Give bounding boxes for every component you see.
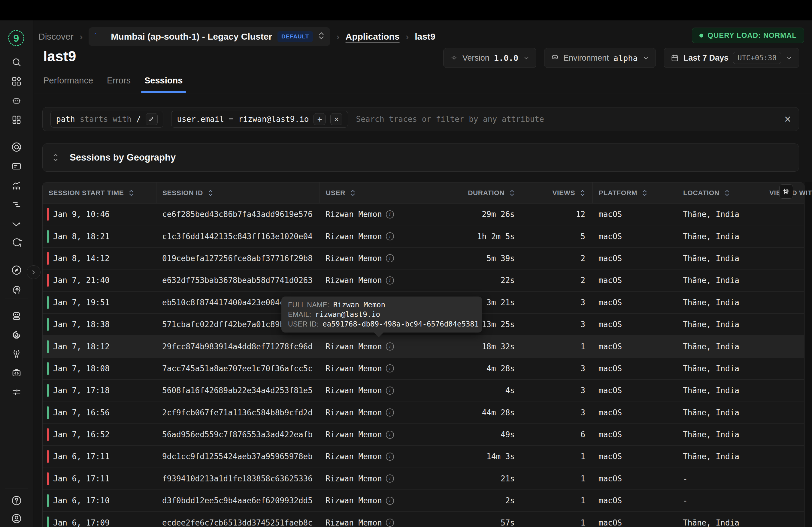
tab-errors[interactable]: Errors (107, 76, 131, 93)
info-icon[interactable]: i (386, 497, 394, 505)
col-header-views[interactable]: VIEWS (522, 182, 593, 203)
account-icon[interactable] (10, 512, 23, 525)
session-id: 9dc1cc9fd1255424aeb37a95965978eb (162, 452, 313, 461)
header-controls: Version 1.0.0 Environment alpha Last 7 D… (443, 48, 799, 68)
col-header-user[interactable]: USER (320, 182, 435, 203)
integrations-code-icon[interactable] (10, 366, 23, 380)
telemetry-antenna-icon[interactable] (10, 348, 23, 361)
location-cell: Thāne, India (677, 276, 763, 285)
table-row[interactable]: Jan 6, 17:10 d3f0bdd12ee5c9b4aae6ef62099… (43, 490, 804, 512)
status-bar (47, 386, 49, 395)
environment-selector[interactable]: Environment alpha (544, 48, 656, 68)
service-bot-icon[interactable] (10, 309, 23, 322)
info-icon[interactable]: i (386, 518, 394, 527)
search-icon[interactable] (10, 56, 23, 69)
session-start-cell: Jan 7, 18:12 (43, 342, 156, 351)
logs-card-icon[interactable] (10, 160, 23, 173)
version-commit-icon (450, 54, 458, 62)
sidebar-expand-button[interactable] (27, 265, 41, 279)
sessions-by-geography-panel[interactable]: Sessions by Geography (42, 144, 799, 172)
session-id: d3f0bdd12ee5c9b4aae6ef6209932dd5 (162, 496, 313, 505)
remove-filter-button[interactable]: × (330, 113, 342, 125)
add-filter-button[interactable]: + (314, 113, 325, 125)
info-icon[interactable]: i (386, 408, 394, 417)
tab-sessions[interactable]: Sessions (144, 76, 183, 93)
preferences-sliders-icon[interactable] (10, 386, 23, 399)
table-row[interactable]: Jan 6, 17:09 ecdee2fe6c7cb6513dd3745251f… (43, 512, 804, 527)
table-row[interactable]: Jan 8, 14:12 019cebefa127256fce8abf37716… (43, 247, 804, 270)
help-icon[interactable] (10, 494, 23, 507)
session-start-cell: Jan 6, 17:10 (43, 496, 156, 505)
duration-value: 1h 2m 5s (477, 232, 515, 241)
version-selector[interactable]: Version 1.0.0 (443, 48, 536, 68)
user-id-label: USER ID: (288, 319, 319, 329)
ai-brain-icon[interactable] (10, 283, 23, 297)
info-icon[interactable]: i (386, 431, 394, 439)
breadcrumb-discover[interactable]: Discover (39, 31, 74, 42)
dashboards-icon[interactable] (10, 75, 23, 88)
col-header-platform[interactable]: PLATFORM (593, 182, 677, 203)
default-badge: DEFAULT (277, 31, 313, 42)
apps-grid-icon[interactable] (10, 113, 23, 126)
duration-value: 29m 26s (482, 210, 515, 219)
last9-logo[interactable]: 9 (8, 30, 24, 46)
info-icon[interactable]: i (386, 364, 394, 373)
info-icon[interactable]: i (386, 210, 394, 219)
edit-filter-button[interactable] (146, 113, 158, 125)
discover-compass-icon[interactable] (10, 264, 23, 277)
table-row[interactable]: Jan 7, 17:18 5608fa16f42689ab22e34a4d253… (43, 380, 804, 402)
breadcrumb-applications[interactable]: Applications (346, 31, 400, 42)
info-icon[interactable]: i (386, 343, 394, 350)
assistant-bot-icon[interactable] (10, 94, 23, 107)
table-row[interactable]: Jan 7, 18:12 29fcc874b983914a4dd8ef71278… (43, 335, 804, 358)
session-id: 019cebefa127256fce8abf37716f29b8 (162, 254, 313, 263)
apm-target-icon[interactable] (10, 140, 23, 154)
location-cell: Thāne, India (677, 518, 763, 527)
table-row[interactable]: Jan 9, 10:46 ce6f285bed43c86b7fa43add961… (43, 204, 804, 225)
session-id: e632df753bab3678beab58d7741d0263 (162, 276, 313, 285)
table-row[interactable]: Jan 7, 18:08 7acc745a51a8ae707ee1c70f36a… (43, 358, 804, 380)
vector-route-icon[interactable] (10, 217, 23, 231)
col-header-session-id[interactable]: SESSION ID (156, 182, 320, 203)
geography-panel-title: Sessions by Geography (70, 152, 176, 163)
table-row[interactable]: Jan 7, 16:52 56ad956ed559c7f876553a3ad42… (43, 424, 804, 446)
table-row[interactable]: Jan 6, 17:11 9dc1cc9fd1255424aeb37a95965… (43, 446, 804, 468)
platform-cell: macOS (593, 210, 677, 219)
status-bar (47, 210, 49, 219)
duration-cell: 1h 2m 5s (435, 232, 522, 241)
sidebar-divider (5, 488, 28, 489)
info-icon[interactable]: i (386, 232, 394, 240)
metrics-chart-icon[interactable] (10, 179, 23, 192)
duration-cell: 18m 32s (435, 342, 522, 351)
platform-value: macOS (598, 518, 622, 527)
col-header-duration[interactable]: DURATION (435, 182, 522, 203)
info-icon[interactable]: i (386, 475, 394, 483)
clear-filters-button[interactable]: × (784, 114, 791, 125)
filter-chip-path[interactable]: path starts with / (50, 111, 163, 127)
col-header-location[interactable]: LOCATION (677, 182, 763, 203)
version-value: 1.0.0 (494, 54, 518, 63)
info-icon[interactable]: i (386, 453, 394, 461)
search-input[interactable]: Search traces or filter by any attribute (356, 115, 776, 124)
user-name: Rizwan Memon (325, 452, 382, 461)
platform-value: macOS (598, 342, 622, 351)
info-icon[interactable]: i (386, 276, 394, 285)
table-row[interactable]: Jan 8, 18:21 c1c3f6dd1442135c843ff163e10… (43, 225, 804, 247)
col-header-session-start-time[interactable]: SESSION START TIME (43, 182, 156, 203)
alerts-refresh-icon[interactable] (10, 237, 23, 250)
tab-performance[interactable]: Performance (43, 76, 93, 93)
info-icon[interactable]: i (386, 254, 394, 262)
table-row[interactable]: Jan 6, 17:11 f939410d213a1d1fe183858c636… (43, 468, 804, 490)
logo-9: 9 (14, 32, 19, 44)
column-settings-button[interactable] (779, 184, 793, 199)
traces-icon[interactable] (10, 198, 23, 211)
cluster-selector[interactable]: Mumbai (ap-south-1) - Legacy Cluster DEF… (89, 27, 330, 46)
query-load-pill[interactable]: QUERY LOAD: NORMAL (692, 28, 804, 43)
grafana-icon[interactable] (10, 328, 23, 342)
platform-cell: macOS (593, 496, 677, 505)
table-row[interactable]: Jan 7, 21:40 e632df753bab3678beab58d7741… (43, 270, 804, 291)
table-row[interactable]: Jan 7, 16:56 2cf9fcb067fe71a1136c584b8b9… (43, 402, 804, 424)
info-icon[interactable]: i (386, 387, 394, 395)
filter-chip-user-email[interactable]: user.email = rizwan@last9.io + × (171, 111, 348, 127)
time-range-selector[interactable]: Last 7 Days UTC+05:30 (664, 48, 799, 68)
